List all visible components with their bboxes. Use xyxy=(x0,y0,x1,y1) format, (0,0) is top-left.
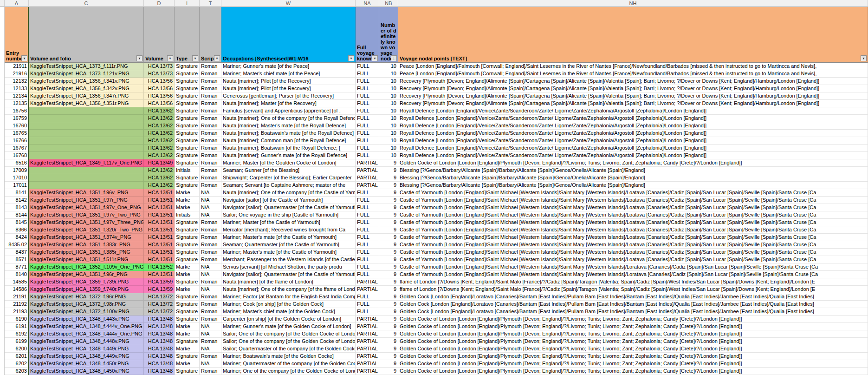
cell-occupations[interactable]: Mariner; Quartermaster of the company [o… xyxy=(221,360,356,368)
cell-entry-number[interactable]: 8437 xyxy=(5,249,29,256)
cell-script[interactable]: Roman xyxy=(200,152,221,159)
cell-entry-number[interactable]: 12132 xyxy=(5,78,29,85)
cell-voyage-nodes[interactable]: 9 xyxy=(379,219,398,226)
sort-descending-filter-icon[interactable]: ↓ xyxy=(391,55,397,61)
cell-nodal-points[interactable]: Royall Defence [London [England]/Venice/… xyxy=(398,130,868,137)
cell-volume[interactable]: HCA 13/51 xyxy=(144,271,175,278)
cell-nodal-points[interactable]: Castle of Yarmouth [London [England]/Sai… xyxy=(398,219,868,226)
cell-volume[interactable]: HCA 13/72 xyxy=(144,308,175,316)
cell-occupations[interactable]: Shipwright; Carpenter [of the Blessing];… xyxy=(221,174,356,182)
cell-voyage-nodes[interactable]: 9 xyxy=(379,345,398,353)
cell-script[interactable]: Roman xyxy=(200,107,221,115)
cell-entry-number[interactable]: 12134 xyxy=(5,92,29,100)
cell-occupations[interactable]: Mariner; Factor [at Bantam for the Engli… xyxy=(221,293,356,301)
cell-nodal-points[interactable]: Golden Cocke of London [London [England]… xyxy=(398,345,868,353)
cell-volume-folio[interactable]: KaggleTestSnippet_HCA_1356_f.351r.PNG xyxy=(29,100,144,107)
cell-full-voyage[interactable]: PARTIAL xyxy=(356,286,379,293)
cell-full-voyage[interactable]: PARTIAL xyxy=(356,323,379,330)
cell-script[interactable]: N/A xyxy=(200,360,221,368)
cell-nodal-points[interactable]: Recovery [Plymouth [Devon; England]/Alim… xyxy=(398,100,868,107)
cell-occupations[interactable]: Seaman; Servant [to Captaine Ashmore; ma… xyxy=(221,182,356,189)
cell-voyage-nodes[interactable]: 9 xyxy=(379,167,398,174)
cell-type[interactable]: Signature xyxy=(175,308,200,316)
cell-entry-number[interactable]: 17009 xyxy=(5,167,29,174)
column-header-volume[interactable]: Volume ▼ xyxy=(144,7,175,63)
cell-entry-number[interactable]: 14586 xyxy=(5,286,29,293)
column-letter-D[interactable]: D xyxy=(144,0,175,7)
cell-volume-folio[interactable] xyxy=(29,182,144,189)
cell-volume-folio[interactable] xyxy=(29,174,144,182)
cell-nodal-points[interactable]: ffame of London [?/Downs [Kent; England]… xyxy=(398,278,868,286)
cell-entry-number[interactable]: 16765 xyxy=(5,130,29,137)
cell-volume-folio[interactable]: KaggleTestSnippet_HCA_1348_f.450v.PNG xyxy=(29,368,144,375)
cell-script[interactable]: N/A xyxy=(200,189,221,197)
cell-type[interactable]: Signature xyxy=(175,293,200,301)
cell-voyage-nodes[interactable]: 9 xyxy=(379,211,398,219)
cell-volume-folio[interactable]: KaggleTestSnippet_HCA_1351_f.511r.PNG xyxy=(29,256,144,263)
cell-occupations[interactable]: Mariner; Boatswain's mate [of the Golden… xyxy=(221,353,356,360)
cell-voyage-nodes[interactable]: 10 xyxy=(379,63,398,70)
cell-entry-number[interactable]: 6190 xyxy=(5,316,29,323)
cell-script[interactable]: N/A xyxy=(200,263,221,271)
cell-script[interactable]: N/A xyxy=(200,323,221,330)
cell-full-voyage[interactable]: FULL xyxy=(356,271,379,278)
cell-full-voyage[interactable]: PARTIAL xyxy=(356,345,379,353)
cell-voyage-nodes[interactable]: 9 xyxy=(379,368,398,375)
cell-nodal-points[interactable]: Golden Cock [London [England]/Loratavo [… xyxy=(398,301,868,308)
column-letter-A[interactable]: A xyxy=(5,0,29,7)
cell-volume[interactable]: HCA 13/73 xyxy=(144,63,175,70)
cell-nodal-points[interactable]: Golden Cocke of London [London [England]… xyxy=(398,323,868,330)
cell-voyage-nodes[interactable]: 9 xyxy=(379,278,398,286)
cell-full-voyage[interactable]: FULL xyxy=(356,70,379,78)
column-header-occupations[interactable]: Occupations [Synthesised]W1:W16 ▼ xyxy=(221,7,356,63)
cell-full-voyage[interactable]: PARTIAL xyxy=(356,338,379,345)
cell-entry-number[interactable]: 16760 xyxy=(5,122,29,130)
cell-volume-folio[interactable]: KaggleTestSnippet_HCA_1359_f.740r.PNG xyxy=(29,286,144,293)
cell-nodal-points[interactable]: Recovery [Plymouth [Devon; England]/Alim… xyxy=(398,92,868,100)
cell-volume[interactable]: HCA 13/51 xyxy=(144,204,175,211)
cell-script[interactable]: Roman xyxy=(200,167,221,174)
cell-script[interactable]: Roman xyxy=(200,145,221,152)
cell-volume[interactable]: HCA 13/48 xyxy=(144,338,175,345)
cell-volume[interactable]: HCA 13/48 xyxy=(144,368,175,375)
cell-entry-number[interactable]: 8144 xyxy=(5,211,29,219)
cell-volume-folio[interactable]: KaggleTestSnippet_HCA_1356_f.342v.PNG xyxy=(29,85,144,92)
cell-volume[interactable]: HCA 13/62 xyxy=(144,115,175,122)
cell-full-voyage[interactable]: FULL xyxy=(356,234,379,241)
cell-volume-folio[interactable]: KaggleTestSnippet_HCA_1348_f.444v_One.PN… xyxy=(29,323,144,330)
cell-script[interactable]: Roman xyxy=(200,249,221,256)
cell-voyage-nodes[interactable]: 10 xyxy=(379,137,398,145)
cell-voyage-nodes[interactable]: 10 xyxy=(379,122,398,130)
cell-volume-folio[interactable]: KaggleTestSnippet_HCA_1348_f.449v.PNG xyxy=(29,353,144,360)
filter-dropdown-icon[interactable]: ▼ xyxy=(167,55,173,61)
cell-occupations[interactable]: Mariner; Master [of the Goulden Cocke of… xyxy=(221,159,356,167)
cell-occupations[interactable]: Nauta [mariner]; Gunner's mate [of the R… xyxy=(221,152,356,159)
cell-occupations[interactable]: Mariner; Gunner's mate [of the Golden Co… xyxy=(221,323,356,330)
cell-entry-number[interactable]: 8143 xyxy=(5,204,29,211)
cell-occupations[interactable]: Mariner; Master's chief mate [of the Gol… xyxy=(221,308,356,316)
cell-full-voyage[interactable]: FULL xyxy=(356,241,379,249)
cell-script[interactable]: Roman xyxy=(200,368,221,375)
cell-volume[interactable]: HCA 13/51 xyxy=(144,256,175,263)
cell-full-voyage[interactable]: FULL xyxy=(356,122,379,130)
cell-volume-folio[interactable]: KaggleTestSnippet_HCA_1349_f.117v_One.PN… xyxy=(29,159,144,167)
cell-script[interactable]: Roman xyxy=(200,85,221,92)
column-letter-C[interactable]: C xyxy=(29,0,144,7)
cell-occupations[interactable]: Seaman; Gunner [of the Blessing] xyxy=(221,167,356,174)
cell-type[interactable]: Signature xyxy=(175,316,200,323)
cell-type[interactable]: Signature xyxy=(175,353,200,360)
cell-script[interactable]: Roman xyxy=(200,301,221,308)
cell-occupations[interactable]: Nauta [mariner]; Master [of the Recovery… xyxy=(221,100,356,107)
cell-full-voyage[interactable]: FULL xyxy=(356,115,379,122)
cell-volume[interactable]: HCA 13/51 xyxy=(144,241,175,249)
cell-volume-folio[interactable]: KaggleTestSnippet_HCA_1351_f.96v_PNG xyxy=(29,189,144,197)
cell-occupations[interactable]: Nauta [mariner]; Pilot [of the Recovery] xyxy=(221,85,356,92)
cell-volume[interactable]: HCA 13/62 xyxy=(144,145,175,152)
cell-type[interactable]: Initials xyxy=(175,167,200,174)
cell-voyage-nodes[interactable]: 10 xyxy=(379,115,398,122)
cell-full-voyage[interactable]: PARTIAL xyxy=(356,330,379,338)
cell-full-voyage[interactable]: PARTIAL xyxy=(356,159,379,167)
cell-full-voyage[interactable]: FULL xyxy=(356,85,379,92)
cell-volume-folio[interactable]: KaggleTestSnippet_HCA_1351_f.97v_Three_P… xyxy=(29,219,144,226)
cell-entry-number[interactable]: 16768 xyxy=(5,152,29,159)
